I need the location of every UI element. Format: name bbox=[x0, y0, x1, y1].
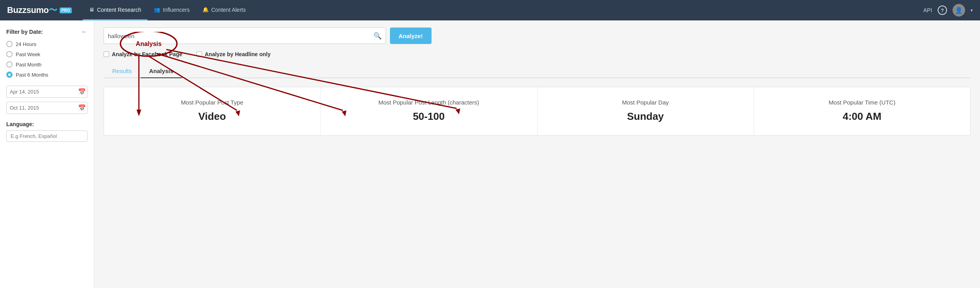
analyze-button[interactable]: Analyze! bbox=[390, 28, 432, 44]
date-from-wrap: 📅 bbox=[6, 86, 87, 98]
date-to-wrap: 📅 bbox=[6, 102, 87, 114]
checkbox-headline[interactable]: Analyze by Headline only bbox=[197, 51, 271, 57]
radio-circle-week bbox=[6, 51, 13, 57]
radio-label-6months: Past 6 Months bbox=[16, 72, 48, 78]
stat-value-post-type: Video bbox=[112, 110, 312, 123]
search-icon: 🔍 bbox=[373, 32, 382, 40]
date-filter-group: 24 Hours Past Week Past Month Past 6 Mon… bbox=[6, 41, 87, 78]
language-label: Language: bbox=[6, 121, 87, 127]
checkbox-label-fb: Analyze by Facebook Page bbox=[112, 51, 182, 57]
stat-label-popular-time: Most Popular Time (UTC) bbox=[762, 98, 962, 106]
radio-month[interactable]: Past Month bbox=[6, 61, 87, 68]
brand-pro-badge: Pro bbox=[60, 7, 72, 13]
stat-value-post-length: 50-100 bbox=[328, 110, 529, 123]
search-row: 🔍 Analyze! bbox=[104, 28, 971, 44]
search-box: 🔍 bbox=[104, 28, 386, 44]
bell-icon: 🔔 bbox=[202, 7, 209, 13]
nav-items: 🖥 Content Research 👥 Influencers 🔔 Conte… bbox=[83, 0, 923, 20]
filter-title: Filter by Date: bbox=[6, 29, 43, 35]
checkbox-label-headline: Analyze by Headline only bbox=[205, 51, 271, 57]
radio-24h[interactable]: 24 Hours bbox=[6, 41, 87, 47]
stat-card-post-type: Most Popular Post Type Video bbox=[104, 87, 321, 135]
radio-label-24h: 24 Hours bbox=[16, 41, 36, 47]
brand: Buzzsumo〜 Pro bbox=[7, 4, 72, 16]
checkbox-row: Analyze by Facebook Page Analyze by Head… bbox=[104, 51, 971, 57]
cards-wrapper: Analysis Most Popular Post Type Video bbox=[104, 87, 971, 136]
monitor-icon: 🖥 bbox=[89, 7, 94, 13]
tab-results[interactable]: Results bbox=[104, 64, 140, 78]
nav-item-content-alerts[interactable]: 🔔 Content Alerts bbox=[196, 0, 252, 20]
stat-label-post-type: Most Popular Post Type bbox=[112, 98, 312, 106]
stat-card-popular-day: Most Popular Day Sunday bbox=[537, 87, 754, 135]
stat-value-popular-day: Sunday bbox=[545, 110, 746, 123]
nav-label-content-alerts: Content Alerts bbox=[211, 7, 246, 13]
nav-item-content-research[interactable]: 🖥 Content Research bbox=[83, 0, 148, 20]
checkbox-fb-page[interactable]: Analyze by Facebook Page bbox=[104, 51, 182, 57]
stat-label-post-length: Most Popular Post Length (characters) bbox=[328, 98, 529, 106]
collapse-sidebar-button[interactable]: ← bbox=[81, 28, 87, 35]
nav-right: API ? 👤 ▾ bbox=[923, 4, 973, 17]
navbar: Buzzsumo〜 Pro 🖥 Content Research 👥 Influ… bbox=[0, 0, 980, 20]
tab-analysis[interactable]: Analysis bbox=[140, 64, 182, 78]
radio-circle-24h bbox=[6, 41, 13, 47]
radio-6months[interactable]: Past 6 Months bbox=[6, 72, 87, 78]
sidebar-header: Filter by Date: ← bbox=[6, 28, 87, 35]
calendar-to-icon[interactable]: 📅 bbox=[78, 104, 86, 112]
checkbox-box-fb bbox=[104, 51, 109, 57]
avatar-icon: 👤 bbox=[955, 7, 963, 14]
layout: Filter by Date: ← 24 Hours Past Week Pas… bbox=[0, 20, 980, 288]
radio-circle-6months bbox=[6, 72, 13, 78]
chevron-down-icon[interactable]: ▾ bbox=[971, 8, 973, 13]
main-content: 🔍 Analyze! Analyze by Facebook Page Anal… bbox=[94, 20, 980, 288]
radio-label-month: Past Month bbox=[16, 62, 42, 68]
api-link[interactable]: API bbox=[923, 7, 932, 13]
stat-value-popular-time: 4:00 AM bbox=[762, 110, 962, 123]
brand-name: Buzzsumo〜 bbox=[7, 4, 57, 16]
sidebar: Filter by Date: ← 24 Hours Past Week Pas… bbox=[0, 20, 94, 288]
tabs-row: Results Analysis bbox=[104, 64, 971, 78]
stat-card-popular-time: Most Popular Time (UTC) 4:00 AM bbox=[754, 87, 970, 135]
brand-wave: 〜 bbox=[49, 5, 57, 15]
radio-circle-month bbox=[6, 61, 13, 68]
avatar[interactable]: 👤 bbox=[953, 4, 965, 17]
stat-label-popular-day: Most Popular Day bbox=[545, 98, 746, 106]
people-icon: 👥 bbox=[154, 7, 160, 13]
language-input[interactable] bbox=[6, 130, 87, 142]
help-icon[interactable]: ? bbox=[938, 6, 947, 15]
stats-cards: Most Popular Post Type Video Most Popula… bbox=[104, 87, 971, 136]
nav-label-content-research: Content Research bbox=[97, 7, 141, 13]
nav-item-influencers[interactable]: 👥 Influencers bbox=[148, 0, 196, 20]
calendar-from-icon[interactable]: 📅 bbox=[78, 88, 86, 95]
date-to-input[interactable] bbox=[10, 105, 76, 111]
checkbox-box-headline bbox=[197, 51, 202, 57]
nav-label-influencers: Influencers bbox=[163, 7, 189, 13]
radio-week[interactable]: Past Week bbox=[6, 51, 87, 57]
stat-card-post-length: Most Popular Post Length (characters) 50… bbox=[321, 87, 537, 135]
search-input[interactable] bbox=[108, 33, 373, 39]
language-section: Language: bbox=[6, 121, 87, 142]
radio-label-week: Past Week bbox=[16, 51, 40, 57]
date-from-input[interactable] bbox=[10, 89, 76, 95]
